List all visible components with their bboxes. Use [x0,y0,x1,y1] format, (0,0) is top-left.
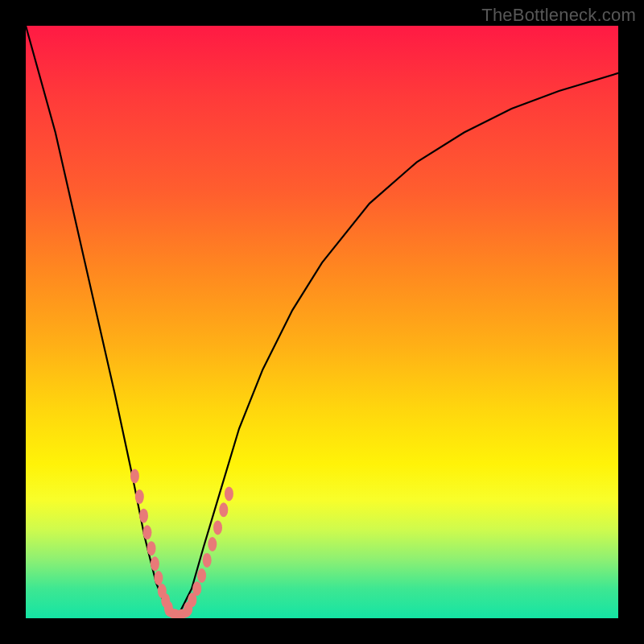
bead-marker [225,486,233,501]
bead-marker [197,568,206,583]
bottleneck-line [26,26,618,618]
watermark-text: TheBottleneck.com [481,5,636,26]
bead-marker [135,489,144,504]
bead-marker [213,520,222,535]
bead-marker [176,609,191,618]
bead-marker [130,469,139,483]
bead-marker [203,553,212,568]
bottleneck-curve [26,26,618,618]
bead-marker [219,502,228,517]
bead-marker [147,541,156,555]
bead-marker [139,509,148,523]
chart-container: TheBottleneck.com [0,0,644,644]
bead-marker [192,581,201,596]
bead-marker [208,537,217,551]
curve-path [26,26,618,618]
bead-marker [151,556,159,571]
plot-area [26,26,618,618]
bead-marker [142,525,151,539]
bead-marker [154,571,163,585]
